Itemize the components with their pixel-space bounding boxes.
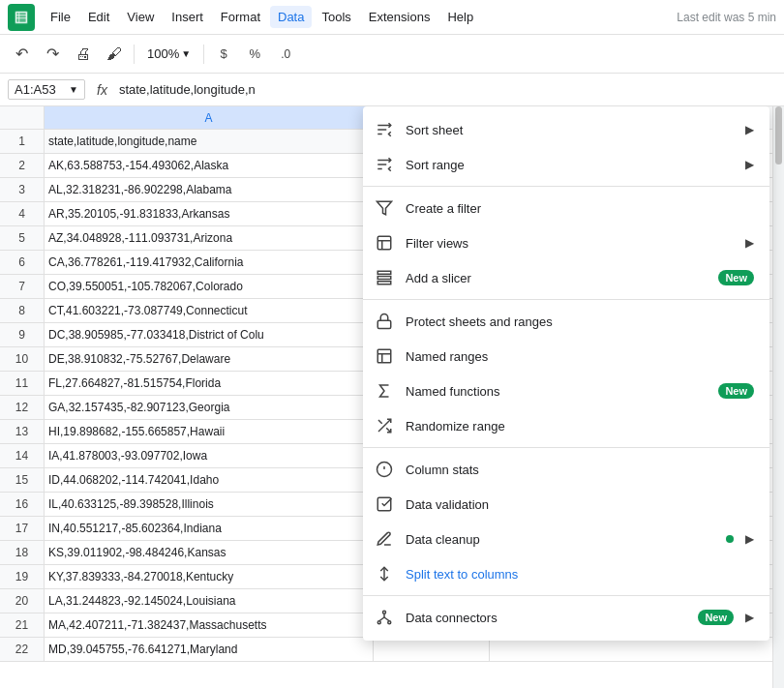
- vertical-scrollbar[interactable]: [772, 106, 784, 688]
- menu-view[interactable]: View: [119, 6, 162, 28]
- row-number: 17: [0, 517, 45, 540]
- menu-label-data-cleanup: Data cleanup: [406, 532, 714, 547]
- svg-point-29: [383, 611, 386, 613]
- menu-label-data-validation: Data validation: [406, 497, 754, 512]
- table-row[interactable]: 22MD,39.045755,-76.641271,Maryland: [0, 638, 772, 662]
- print-button[interactable]: 🖨: [70, 41, 97, 68]
- cell-A2[interactable]: AK,63.588753,-154.493062,Alaska: [45, 154, 374, 177]
- menu-label-sort-range: Sort range: [406, 158, 734, 172]
- row-number: 15: [0, 468, 45, 492]
- menu-insert[interactable]: Insert: [164, 6, 211, 28]
- cell-A13[interactable]: HI,19.898682,-155.665857,Hawaii: [45, 420, 374, 443]
- menu-item-randomize[interactable]: Randomize range: [363, 408, 769, 443]
- randomize-icon: [375, 416, 394, 435]
- menu-tools[interactable]: Tools: [314, 6, 358, 28]
- menu-item-data-cleanup[interactable]: Data cleanup▶: [363, 522, 769, 556]
- cell-A4[interactable]: AR,35.20105,-91.831833,Arkansas: [45, 202, 374, 225]
- row-number: 5: [0, 226, 45, 250]
- col-header-A[interactable]: A: [45, 106, 374, 129]
- menu-help[interactable]: Help: [439, 6, 481, 28]
- cell-A6[interactable]: CA,36.778261,-119.417932,California: [45, 251, 374, 274]
- menu-item-add-slicer[interactable]: Add a slicerNew: [363, 260, 769, 295]
- cell-A3[interactable]: AL,32.318231,-86.902298,Alabama: [45, 178, 374, 201]
- cell-A22[interactable]: MD,39.045755,-76.641271,Maryland: [45, 638, 374, 661]
- menu-data[interactable]: Data: [270, 6, 312, 28]
- menu-label-add-slicer: Add a slicer: [406, 271, 707, 285]
- svg-rect-11: [377, 236, 391, 250]
- data-menu[interactable]: Sort sheet▶Sort range▶Create a filterFil…: [363, 106, 769, 641]
- menu-item-create-filter[interactable]: Create a filter: [363, 191, 769, 225]
- cell-A11[interactable]: FL,27.664827,-81.515754,Florida: [45, 372, 374, 395]
- menu-item-sort-range[interactable]: Sort range▶: [363, 147, 769, 182]
- row-number: 19: [0, 565, 45, 588]
- cell-ref-arrow: ▼: [69, 84, 78, 95]
- zoom-selector[interactable]: 100% ▼: [140, 44, 197, 64]
- svg-marker-10: [377, 201, 392, 215]
- submenu-arrow-data-cleanup: ▶: [745, 532, 754, 546]
- cell-A12[interactable]: GA,32.157435,-82.907123,Georgia: [45, 396, 374, 419]
- svg-point-30: [377, 621, 380, 624]
- menu-item-protect[interactable]: Protect sheets and ranges: [363, 304, 769, 339]
- menu-item-data-connectors[interactable]: Data connectorsNew▶: [363, 600, 769, 635]
- menu-item-split-text[interactable]: Split text to columns: [363, 556, 769, 591]
- cell-A16[interactable]: IL,40.633125,-89.398528,Illinois: [45, 493, 374, 516]
- percent-button[interactable]: %: [241, 41, 268, 68]
- row-number: 11: [0, 372, 45, 395]
- menu-item-named-ranges[interactable]: Named ranges: [363, 339, 769, 374]
- submenu-arrow-filter-views: ▶: [745, 236, 754, 250]
- row-number: 6: [0, 251, 45, 274]
- cell-A5[interactable]: AZ,34.048928,-111.093731,Arizona: [45, 226, 374, 250]
- cell-A9[interactable]: DC,38.905985,-77.033418,District of Colu: [45, 323, 374, 346]
- menu-label-randomize: Randomize range: [406, 419, 754, 434]
- cell-A15[interactable]: ID,44.068202,-114.742041,Idaho: [45, 468, 374, 492]
- redo-button[interactable]: ↷: [39, 41, 66, 68]
- app-icon: [8, 4, 35, 31]
- cell-A1[interactable]: state,latitude,longitude,name: [45, 130, 374, 153]
- cell-A20[interactable]: LA,31.244823,-92.145024,Louisiana: [45, 589, 374, 613]
- row-number: 20: [0, 589, 45, 613]
- menu-extensions[interactable]: Extensions: [361, 6, 438, 28]
- cell-reference[interactable]: A1:A53 ▼: [8, 79, 85, 100]
- menu-format[interactable]: Format: [213, 6, 268, 28]
- row-number: 9: [0, 323, 45, 346]
- separator-2: [203, 45, 204, 64]
- menu-item-sort-sheet[interactable]: Sort sheet▶: [363, 112, 769, 147]
- row-number: 8: [0, 299, 45, 322]
- menu-label-named-ranges: Named ranges: [406, 349, 754, 364]
- cell-A14[interactable]: IA,41.878003,-93.097702,Iowa: [45, 444, 374, 467]
- svg-line-34: [384, 617, 389, 621]
- menu-item-data-validation[interactable]: Data validation: [363, 487, 769, 522]
- sheet-area: A B 1state,latitude,longitude,name2AK,63…: [0, 106, 784, 688]
- cell-A19[interactable]: KY,37.839333,-84.270018,Kentucky: [45, 565, 374, 588]
- row-number: 13: [0, 420, 45, 443]
- menu-edit[interactable]: Edit: [80, 6, 117, 28]
- row-number: 18: [0, 541, 45, 564]
- menu-item-column-stats[interactable]: Column stats: [363, 452, 769, 487]
- menu-label-create-filter: Create a filter: [406, 201, 754, 216]
- submenu-arrow-sort-range: ▶: [745, 158, 754, 171]
- currency-button[interactable]: $: [210, 41, 237, 68]
- cell-A7[interactable]: CO,39.550051,-105.782067,Colorado: [45, 275, 374, 298]
- cell-A10[interactable]: DE,38.910832,-75.52767,Delaware: [45, 347, 374, 371]
- menu-label-data-connectors: Data connectors: [406, 611, 686, 625]
- menu-item-named-functions[interactable]: Named functionsNew: [363, 374, 769, 408]
- row-number: 10: [0, 347, 45, 371]
- formula-content: state,latitude,longitude,n: [119, 82, 776, 97]
- svg-rect-14: [377, 271, 391, 274]
- cell-A17[interactable]: IN,40.551217,-85.602364,Indiana: [45, 517, 374, 540]
- separator-1: [134, 45, 135, 64]
- undo-button[interactable]: ↶: [8, 41, 35, 68]
- menu-file[interactable]: File: [43, 6, 78, 28]
- paint-format-button[interactable]: 🖌: [101, 41, 128, 68]
- decimal-button[interactable]: .0: [272, 41, 299, 68]
- divider1: [363, 186, 769, 187]
- divider4: [363, 595, 769, 596]
- cell-A21[interactable]: MA,42.407211,-71.382437,Massachusetts: [45, 613, 374, 637]
- menu-item-filter-views[interactable]: Filter views▶: [363, 225, 769, 260]
- svg-line-33: [379, 617, 384, 621]
- connectors-icon: [375, 608, 394, 627]
- cell-B22[interactable]: [374, 638, 490, 661]
- zoom-dropdown-icon: ▼: [181, 48, 191, 59]
- cell-A18[interactable]: KS,39.011902,-98.484246,Kansas: [45, 541, 374, 564]
- cell-A8[interactable]: CT,41.603221,-73.087749,Connecticut: [45, 299, 374, 322]
